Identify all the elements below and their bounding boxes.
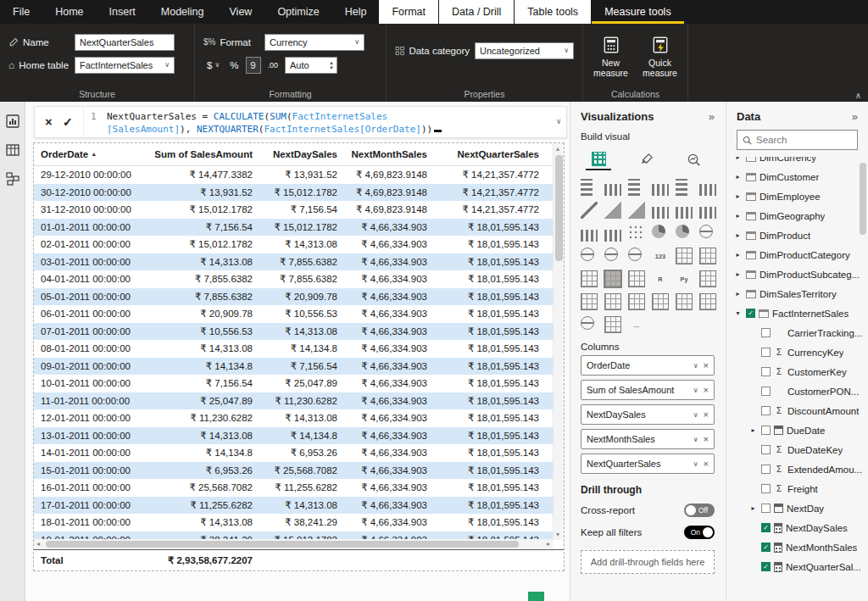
- field-customerkey[interactable]: ΣCustomerKey: [726, 362, 868, 381]
- field-nextday[interactable]: ▸NextDay: [726, 498, 868, 518]
- visual-type-kpi-icon[interactable]: [699, 248, 716, 264]
- table-dimproductsubcateg[interactable]: ▸DimProductSubcateg...: [726, 264, 868, 284]
- chevron-right-icon[interactable]: ▸: [748, 426, 758, 434]
- visual-type-matrix-icon[interactable]: [628, 270, 645, 287]
- table-row[interactable]: 04-01-2011 00:00:00₹ 7,855.6382₹ 7,855.6…: [34, 270, 553, 288]
- visual-type-ribbon-chart-icon[interactable]: [699, 202, 716, 219]
- commit-formula-icon[interactable]: ✓: [63, 115, 73, 129]
- table-row[interactable]: 03-01-2011 00:00:00₹ 14,313.08₹ 7,855.63…: [34, 253, 553, 271]
- field-checkbox[interactable]: ✓: [746, 309, 755, 318]
- chevron-right-icon[interactable]: ▸: [733, 290, 743, 298]
- table-row[interactable]: 30-12-2010 00:00:00₹ 13,931.52₹ 15,012.1…: [34, 184, 553, 202]
- currency-format-button[interactable]: $∨: [203, 57, 223, 74]
- field-checkbox[interactable]: [761, 465, 771, 474]
- field-checkbox[interactable]: [761, 348, 771, 357]
- menu-tab-view[interactable]: View: [217, 0, 265, 24]
- column-header-nextquartersales[interactable]: NextQuarterSales: [436, 149, 548, 159]
- visual-type-key-influencers-icon[interactable]: [699, 270, 716, 287]
- visual-type-scatter-chart-icon[interactable]: [628, 225, 645, 242]
- table-row[interactable]: 06-01-2011 00:00:00₹ 20,909.78₹ 10,556.5…: [34, 305, 553, 323]
- visual-type-100-stacked-bar-chart-icon[interactable]: [676, 179, 693, 196]
- visual-type-arcgis-map-icon[interactable]: [581, 316, 594, 330]
- field-customerpon[interactable]: CustomerPON...: [726, 381, 868, 401]
- measure-name-input[interactable]: [75, 34, 175, 51]
- scrollbar-thumb[interactable]: [555, 155, 563, 261]
- visual-type-clustered-bar-chart-icon[interactable]: [628, 179, 645, 196]
- visual-type-stacked-area-chart-icon[interactable]: [628, 202, 645, 219]
- table-visual[interactable]: OrderDate▲Sum of SalesAmountNextDaySales…: [33, 142, 565, 571]
- field-freight[interactable]: ΣFreight: [726, 479, 868, 498]
- menu-tab-format[interactable]: Format: [379, 0, 438, 24]
- cross-report-toggle[interactable]: Off: [684, 504, 715, 517]
- visual-type-card-icon[interactable]: 123: [652, 248, 669, 264]
- menu-tab-insert[interactable]: Insert: [97, 0, 148, 24]
- remove-field-icon[interactable]: ×: [704, 385, 709, 395]
- analytics-tab[interactable]: [681, 148, 706, 170]
- visual-type-filled-map-icon[interactable]: [604, 248, 618, 261]
- table-dimcurrency[interactable]: ▸DimCurrency: [726, 157, 868, 167]
- table-row[interactable]: 16-01-2011 00:00:00₹ 25,568.7082₹ 11,255…: [34, 479, 553, 497]
- table-row[interactable]: 05-01-2011 00:00:00₹ 7,855.6382₹ 20,909.…: [34, 288, 553, 306]
- chevron-right-icon[interactable]: ▸: [748, 504, 758, 512]
- table-dimgeography[interactable]: ▸DimGeography: [726, 206, 868, 225]
- column-header-orderdate[interactable]: OrderDate▲: [34, 149, 153, 159]
- collapse-pane-icon[interactable]: »: [709, 110, 715, 123]
- formula-text-area[interactable]: 1NextQuarterSales = CALCULATE(SUM(FactIn…: [84, 107, 566, 137]
- menu-tab-file[interactable]: File: [0, 0, 42, 24]
- remove-field-icon[interactable]: ×: [704, 459, 709, 469]
- visual-type-azure-map-icon[interactable]: [628, 248, 642, 261]
- chevron-right-icon[interactable]: ▸: [733, 212, 743, 220]
- chevron-down-icon[interactable]: ∨: [693, 362, 698, 370]
- visual-type-q-and-a-icon[interactable]: [604, 293, 621, 310]
- chevron-right-icon[interactable]: ▸: [733, 192, 743, 200]
- field-well-nextmonthsales[interactable]: NextMonthSales∨×: [581, 429, 715, 449]
- field-checkbox[interactable]: [761, 445, 771, 454]
- table-row[interactable]: 11-01-2011 00:00:00₹ 25,047.89₹ 11,230.6…: [34, 392, 553, 410]
- cancel-formula-icon[interactable]: ×: [45, 115, 52, 129]
- menu-tab-optimize[interactable]: Optimize: [264, 0, 331, 24]
- scroll-up-icon[interactable]: ▴: [556, 145, 559, 153]
- vertical-scrollbar[interactable]: ▴ ▾: [553, 143, 564, 540]
- remove-field-icon[interactable]: ×: [704, 409, 709, 420]
- field-nextquartersal[interactable]: ✓NextQuarterSal...: [726, 557, 868, 576]
- visual-type-donut-chart-icon[interactable]: [676, 225, 689, 238]
- decimal-places-stepper[interactable]: Auto ▲▼: [285, 57, 337, 74]
- column-header-sum-of-salesamount[interactable]: Sum of SalesAmount: [153, 149, 261, 159]
- table-row[interactable]: 17-01-2011 00:00:00₹ 11,255.6282₹ 14,313…: [34, 497, 553, 515]
- visual-type-python-visual-icon[interactable]: Py: [676, 270, 693, 287]
- format-visual-tab[interactable]: [633, 148, 659, 170]
- field-nextmonthsales[interactable]: ✓NextMonthSales: [726, 537, 868, 557]
- horizontal-scrollbar[interactable]: ◂ ▸: [34, 539, 553, 549]
- home-table-dropdown[interactable]: FactInternetSales∨: [75, 57, 175, 74]
- table-dimproductcategory[interactable]: ▸DimProductCategory: [726, 245, 868, 264]
- menu-tab-data-drill[interactable]: Data / Drill: [439, 0, 514, 24]
- format-dropdown[interactable]: Currency∨: [264, 34, 364, 51]
- field-duedate[interactable]: ▸DueDate: [726, 420, 868, 440]
- table-row[interactable]: 01-01-2011 00:00:00₹ 7,156.54₹ 15,012.17…: [34, 219, 553, 237]
- dax-formula-bar[interactable]: × ✓ 1NextQuarterSales = CALCULATE(SUM(Fa…: [34, 106, 567, 138]
- table-row[interactable]: 18-01-2011 00:00:00₹ 14,313.08₹ 38,241.2…: [34, 514, 553, 531]
- visual-type-r-script-visual-icon[interactable]: R: [652, 270, 669, 287]
- field-checkbox[interactable]: [761, 328, 771, 337]
- table-row[interactable]: 14-01-2011 00:00:00₹ 14,134.8₹ 6,953.26₹…: [34, 444, 553, 462]
- visual-type-power-apps-icon[interactable]: [604, 316, 621, 333]
- quick-measure-button[interactable]: Quick measure: [637, 31, 684, 78]
- build-visual-tab[interactable]: [586, 148, 611, 170]
- collapse-ribbon-button[interactable]: ∧: [855, 91, 861, 100]
- chevron-right-icon[interactable]: ▸: [733, 157, 743, 161]
- stepper-arrows-icon[interactable]: ▲▼: [329, 60, 334, 70]
- visual-type-power-automate-icon[interactable]: [699, 293, 716, 310]
- table-factinternetsales[interactable]: ▾✓FactInternetSales: [726, 303, 868, 323]
- field-well-orderdate[interactable]: OrderDate∨×: [581, 355, 715, 376]
- scroll-left-icon[interactable]: ◂: [36, 540, 40, 548]
- visual-type-pie-chart-icon[interactable]: [652, 225, 665, 238]
- table-row[interactable]: 19-01-2011 00:00:00₹ 38,241.29₹ 15,012.1…: [34, 531, 553, 540]
- collapse-pane-icon[interactable]: »: [852, 110, 858, 123]
- visual-type-clustered-column-chart-icon[interactable]: [652, 179, 669, 196]
- field-checkbox[interactable]: ✓: [761, 523, 771, 532]
- table-dimemployee[interactable]: ▸DimEmployee: [726, 186, 868, 206]
- thousands-separator-button[interactable]: 9: [246, 57, 261, 74]
- chevron-right-icon[interactable]: ▸: [733, 173, 743, 181]
- field-checkbox[interactable]: [761, 387, 771, 396]
- column-header-nextmonthsales[interactable]: NextMonthSales: [346, 149, 436, 159]
